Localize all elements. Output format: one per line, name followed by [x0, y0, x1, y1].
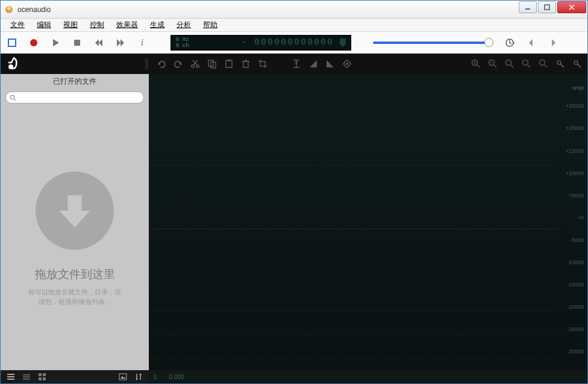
effect-icon[interactable] — [342, 58, 352, 69]
redo-icon[interactable] — [173, 58, 184, 69]
normalize-icon[interactable] — [291, 58, 302, 69]
marker-add-icon[interactable] — [555, 58, 566, 69]
paste-icon[interactable] — [224, 58, 234, 69]
canvas-status-bar: 0 0.000 — [149, 370, 587, 383]
maximize-button[interactable] — [538, 1, 556, 13]
zoom-out-icon[interactable] — [487, 58, 498, 69]
svg-point-19 — [8, 64, 13, 69]
zoom-selection-icon[interactable] — [504, 58, 515, 69]
lcd-hz: 0 Hz — [176, 37, 189, 43]
ruler-tick: +25000 — [566, 103, 584, 109]
menu-control[interactable]: 控制 — [84, 19, 110, 31]
record-button[interactable] — [28, 37, 39, 48]
svg-point-52 — [540, 60, 545, 66]
lcd-time: - 000000000000 — [195, 37, 334, 48]
svg-marker-16 — [513, 42, 514, 44]
edit-toolbar — [1, 54, 587, 74]
drop-arrow-icon — [36, 172, 114, 250]
stop-square-button[interactable] — [7, 37, 17, 48]
play-button[interactable] — [50, 37, 61, 48]
title-bar: ocenaudio — [1, 1, 587, 19]
drop-subtitle: 你可以拖放音频文件，目录，压 缩包，链接和播放列表。 — [28, 287, 121, 306]
svg-point-40 — [346, 63, 348, 65]
view-compact-icon[interactable] — [22, 373, 31, 381]
svg-line-24 — [193, 60, 198, 65]
info-button[interactable]: i — [137, 37, 148, 48]
zoom-vertical-icon[interactable] — [538, 58, 549, 69]
nav-forward-button[interactable] — [548, 37, 558, 48]
undo-icon[interactable] — [156, 58, 167, 69]
lcd-ch: 0 ch — [176, 43, 189, 49]
ruler-tick: -5000 — [570, 237, 584, 243]
crop-icon[interactable] — [257, 58, 268, 69]
menu-bar: 文件 编辑 视图 控制 效果器 生成 分析 帮助 — [1, 19, 587, 32]
ruler-tick: +5000 — [569, 193, 584, 199]
svg-marker-14 — [340, 39, 346, 47]
view-grid-icon[interactable] — [38, 373, 46, 381]
menu-effects[interactable]: 效果器 — [110, 19, 144, 31]
history-button[interactable] — [504, 37, 515, 48]
ruler-tick: -30000 — [567, 348, 584, 355]
svg-line-51 — [528, 65, 530, 67]
menu-file[interactable]: 文件 — [4, 19, 31, 31]
fadeout-icon[interactable] — [325, 58, 336, 69]
svg-point-50 — [523, 60, 528, 66]
svg-point-48 — [506, 60, 511, 66]
ruler-tick: +10000 — [566, 170, 584, 176]
svg-line-55 — [560, 64, 564, 67]
copy-icon[interactable] — [207, 58, 217, 69]
rewind-button[interactable] — [93, 37, 104, 48]
drop-zone[interactable]: 拖放文件到这里 你可以拖放音频文件，目录，压 缩包，链接和播放列表。 — [1, 107, 149, 370]
separator-icon — [145, 58, 149, 69]
zoom-in-icon[interactable] — [471, 58, 481, 69]
svg-line-42 — [477, 65, 480, 67]
menu-analyze[interactable]: 分析 — [170, 19, 197, 31]
lcd-marker-icon — [340, 39, 346, 47]
ruler-tick: +0 — [578, 215, 584, 221]
svg-rect-61 — [7, 376, 14, 377]
fadein-icon[interactable] — [308, 58, 319, 69]
svg-point-58 — [10, 95, 14, 99]
sidebar: 已打开的文件 拖放文件到这里 你可以拖放音频文件，目录，压 缩包，链接和播放列表… — [1, 74, 149, 383]
menu-help[interactable]: 帮助 — [197, 19, 224, 31]
delete-icon[interactable] — [240, 58, 251, 69]
svg-rect-66 — [39, 373, 42, 376]
stop-button[interactable] — [72, 37, 83, 48]
sidebar-footer — [1, 370, 149, 383]
sidebar-header: 已打开的文件 — [1, 74, 149, 89]
close-button[interactable] — [557, 1, 586, 13]
svg-rect-30 — [243, 61, 248, 67]
svg-marker-17 — [529, 39, 533, 46]
status-left: 0 — [154, 374, 157, 380]
sort-icon[interactable] — [134, 373, 143, 381]
cut-icon[interactable] — [190, 58, 201, 69]
svg-marker-73 — [136, 379, 138, 380]
svg-rect-9 — [74, 40, 80, 46]
svg-line-49 — [511, 65, 513, 67]
nav-back-button[interactable] — [526, 37, 537, 48]
svg-marker-18 — [552, 39, 555, 46]
menu-edit[interactable]: 编辑 — [31, 19, 57, 31]
svg-line-25 — [193, 60, 197, 65]
search-input[interactable] — [5, 91, 144, 104]
menu-generate[interactable]: 生成 — [144, 19, 170, 31]
menu-view[interactable]: 视图 — [57, 19, 84, 31]
main-area: 已打开的文件 拖放文件到这里 你可以拖放音频文件，目录，压 缩包，链接和播放列表… — [1, 74, 587, 383]
waveform-canvas[interactable]: smpl +25000+20000+15000+10000+5000+0-500… — [149, 74, 587, 383]
ruler-tick: -15000 — [567, 282, 584, 288]
volume-slider[interactable] — [373, 42, 493, 44]
minimize-button[interactable] — [519, 1, 537, 13]
svg-rect-64 — [23, 377, 30, 378]
ruler-tick: +15000 — [566, 148, 584, 154]
view-list-icon[interactable] — [7, 373, 15, 381]
svg-rect-29 — [228, 60, 230, 61]
zoom-fit-icon[interactable] — [521, 58, 532, 69]
ocenaudio-logo-icon — [5, 55, 22, 72]
volume-thumb[interactable] — [484, 38, 493, 47]
forward-button[interactable] — [115, 37, 126, 48]
transport-toolbar: i 0 Hz 0 ch - 000000000000 — [1, 32, 587, 54]
picture-icon[interactable] — [119, 373, 127, 381]
svg-point-1 — [7, 7, 11, 10]
marker-remove-icon[interactable] — [572, 58, 583, 69]
window-controls — [518, 1, 586, 13]
